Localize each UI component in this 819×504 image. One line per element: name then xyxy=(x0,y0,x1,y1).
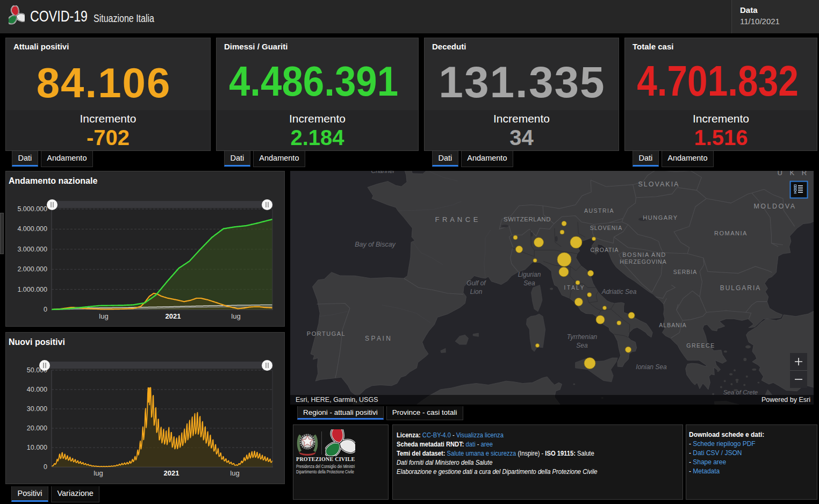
svg-text:BOSNIA AND: BOSNIA AND xyxy=(622,251,666,258)
svg-text:Gulf of: Gulf of xyxy=(466,279,486,287)
svg-text:Powered by Esri: Powered by Esri xyxy=(761,396,810,404)
svg-text:40.000: 40.000 xyxy=(27,386,47,393)
svg-text:SLOVENIA: SLOVENIA xyxy=(590,225,623,231)
svg-text:MOLDOVA: MOLDOVA xyxy=(753,203,796,210)
svg-text:20.000: 20.000 xyxy=(27,424,47,432)
svg-text:Ligurian: Ligurian xyxy=(518,271,541,278)
svg-text:Esri, HERE, Garmin, USGS: Esri, HERE, Garmin, USGS xyxy=(296,396,378,404)
svg-text:Bay of Biscay: Bay of Biscay xyxy=(355,241,396,248)
svg-text:CROATIA: CROATIA xyxy=(591,247,619,253)
svg-text:10.000: 10.000 xyxy=(27,444,47,451)
svg-text:0: 0 xyxy=(44,306,47,313)
svg-text:I T A L Y: I T A L Y xyxy=(564,285,584,291)
svg-text:2021: 2021 xyxy=(166,312,181,320)
svg-text:HUNGARY: HUNGARY xyxy=(643,214,678,221)
svg-text:1.000.000: 1.000.000 xyxy=(17,286,47,293)
svg-text:2021: 2021 xyxy=(164,469,179,477)
svg-text:Ionian Sea: Ionian Sea xyxy=(636,363,667,371)
svg-text:lug: lug xyxy=(99,312,108,320)
svg-text:30.000: 30.000 xyxy=(27,405,47,413)
svg-text:Channel: Channel xyxy=(371,171,394,174)
svg-text:HERZEGOVINA: HERZEGOVINA xyxy=(620,258,666,265)
svg-text:ROMANIA: ROMANIA xyxy=(714,230,748,236)
svg-text:S P A I N: S P A I N xyxy=(365,335,391,342)
svg-text:PORTUGAL: PORTUGAL xyxy=(307,330,346,337)
svg-text:SERBIA: SERBIA xyxy=(673,269,698,275)
svg-text:lug: lug xyxy=(230,469,239,477)
svg-text:Adriatic Sea: Adriatic Sea xyxy=(601,288,637,296)
svg-text:Tyrrhenian: Tyrrhenian xyxy=(567,333,598,341)
svg-text:SWITZERLAND: SWITZERLAND xyxy=(504,216,551,222)
svg-text:3.000.000: 3.000.000 xyxy=(17,246,47,253)
svg-text:AUSTRIA: AUSTRIA xyxy=(584,207,614,214)
svg-text:SLOVAKIA: SLOVAKIA xyxy=(638,181,680,188)
svg-text:GREECE: GREECE xyxy=(686,342,715,349)
svg-text:Sea of Crete: Sea of Crete xyxy=(723,389,758,395)
svg-text:lug: lug xyxy=(94,469,103,477)
svg-text:ALBANIA: ALBANIA xyxy=(659,322,686,328)
svg-text:U K R A: U K R A xyxy=(777,171,819,177)
svg-text:F R A N C E: F R A N C E xyxy=(435,215,478,224)
svg-text:BULGARIA: BULGARIA xyxy=(720,284,761,292)
svg-text:Sea: Sea xyxy=(523,279,535,287)
svg-text:0: 0 xyxy=(44,463,47,471)
svg-text:4.000.000: 4.000.000 xyxy=(17,225,47,233)
svg-text:Sea: Sea xyxy=(576,342,588,349)
svg-text:2.000.000: 2.000.000 xyxy=(17,265,47,273)
svg-text:Lion: Lion xyxy=(470,288,483,296)
svg-text:lug: lug xyxy=(231,312,240,320)
svg-text:5.000.000: 5.000.000 xyxy=(17,205,47,213)
